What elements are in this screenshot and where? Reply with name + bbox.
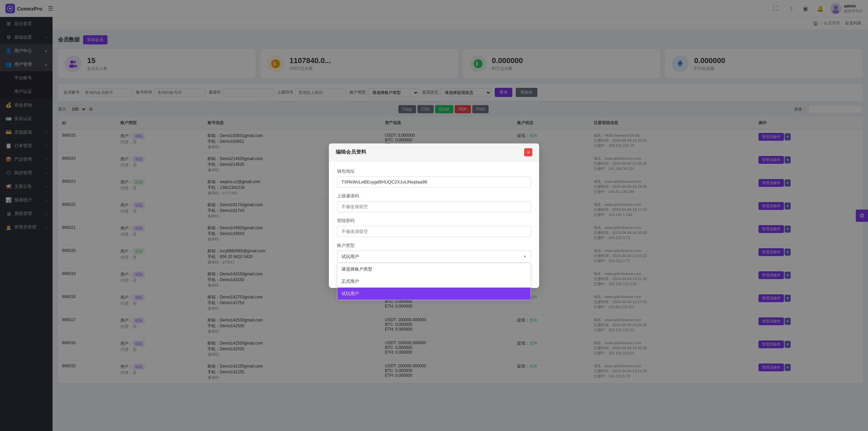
account-type-form-group: 账户类型 试玩用户 ▼ 请选择账户类型 正式用户 试玩用户 (337, 242, 531, 263)
password-label: 登陆密码 (337, 218, 531, 224)
dropdown-option-trial[interactable]: 试玩用户 (337, 288, 531, 300)
wallet-label: 钱包地址 (337, 168, 531, 174)
account-type-dropdown-selected[interactable]: 试玩用户 ▼ (337, 251, 531, 263)
account-type-dropdown-menu: 请选择账户类型 正式用户 试玩用户 (337, 263, 531, 300)
account-type-modal-label: 账户类型 (337, 242, 531, 249)
modal-body: 钱包地址 上级邀请码 登陆密码 账户类型 试玩用户 ▼ 请 (329, 161, 539, 288)
wallet-input[interactable] (337, 176, 531, 188)
modal-overlay[interactable]: 编辑会员资料 × 钱包地址 上级邀请码 登陆密码 账户类型 试玩用户 (0, 0, 868, 431)
invite-code-label: 上级邀请码 (337, 193, 531, 199)
invite-code-input-modal[interactable] (337, 201, 531, 212)
password-form-group: 登陆密码 (337, 218, 531, 237)
dropdown-option-formal[interactable]: 正式用户 (337, 275, 531, 288)
edit-member-modal: 编辑会员资料 × 钱包地址 上级邀请码 登陆密码 账户类型 试玩用户 (329, 143, 539, 288)
modal-title: 编辑会员资料 (336, 149, 366, 155)
dropdown-arrow-icon: ▼ (523, 255, 527, 258)
modal-close-button[interactable]: × (524, 148, 532, 156)
password-input[interactable] (337, 226, 531, 237)
wallet-form-group: 钱包地址 (337, 168, 531, 188)
modal-header: 编辑会员资料 × (329, 143, 539, 161)
account-type-selected-label: 试玩用户 (341, 254, 359, 260)
invite-code-form-group: 上级邀请码 (337, 193, 531, 212)
account-type-dropdown: 试玩用户 ▼ 请选择账户类型 正式用户 试玩用户 (337, 251, 531, 263)
dropdown-option-placeholder[interactable]: 请选择账户类型 (337, 263, 531, 275)
